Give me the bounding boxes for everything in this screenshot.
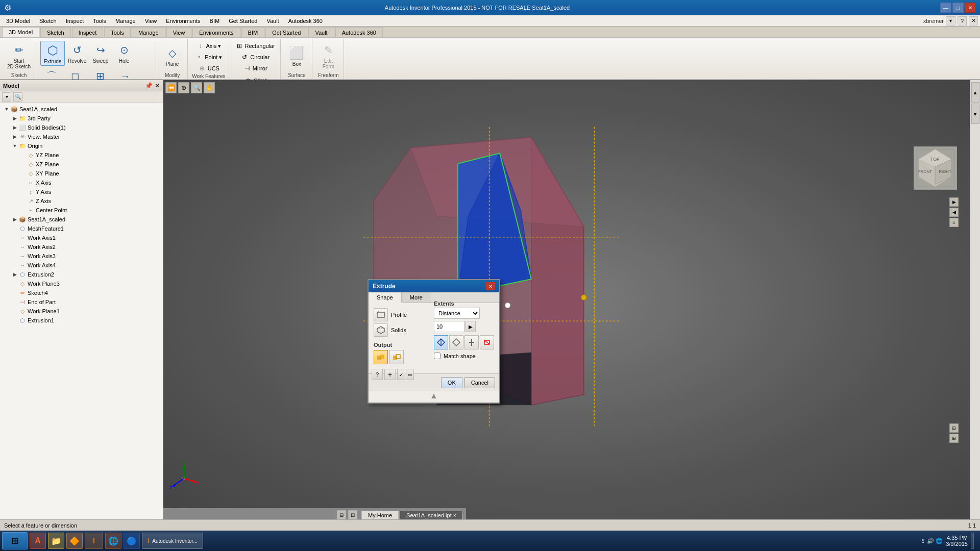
- tree-item-work-axis3[interactable]: ↔ Work Axis3: [2, 252, 161, 261]
- start-2d-sketch-btn[interactable]: ✏ Start2D Sketch: [5, 41, 33, 70]
- show-desktop-btn[interactable]: [971, 533, 974, 549]
- tab-environments[interactable]: Environments: [192, 27, 240, 37]
- dialog-check-btn[interactable]: ✓: [397, 369, 405, 380]
- model-panel-pin[interactable]: 📌: [145, 82, 153, 89]
- viewport-tab-seat1a[interactable]: Seat1A_scaled.ipt ×: [400, 511, 463, 519]
- viewport-tab-home[interactable]: My Home: [361, 511, 399, 519]
- close-app-btn[interactable]: ✕: [969, 16, 978, 26]
- tree-item-center-point[interactable]: • Center Point: [2, 206, 161, 215]
- expander-origin[interactable]: ▼: [11, 142, 18, 149]
- revolve-btn[interactable]: ↺ Revolve: [66, 41, 88, 65]
- start-button[interactable]: ⊞: [2, 532, 28, 549]
- dialog-help-btn[interactable]: ?: [372, 369, 383, 380]
- dir-btn-2[interactable]: [449, 335, 463, 349]
- help-btn[interactable]: ?: [958, 16, 967, 26]
- match-shape-checkbox[interactable]: [434, 353, 440, 359]
- profile-selector-btn[interactable]: [374, 308, 388, 321]
- box-btn[interactable]: ⬜ Box: [286, 44, 307, 68]
- tree-item-3rdparty[interactable]: ▶ 📁 3rd Party: [2, 114, 161, 123]
- tree-item-work-axis4[interactable]: ↔ Work Axis4: [2, 261, 161, 270]
- extrude-cancel-btn[interactable]: Cancel: [464, 377, 495, 388]
- dir-btn-4[interactable]: [480, 335, 494, 349]
- vp-display-2[interactable]: ⊞: [949, 434, 959, 443]
- dir-btn-1[interactable]: [434, 335, 448, 349]
- maximize-btn[interactable]: □: [952, 3, 964, 13]
- menu-item-autodesk360[interactable]: Autodesk 360: [284, 17, 327, 25]
- tab-vault[interactable]: Vault: [308, 27, 334, 37]
- menu-item-view[interactable]: View: [141, 17, 161, 25]
- tab-autodesk360[interactable]: Autodesk 360: [335, 27, 383, 37]
- tree-item-seat1a-2[interactable]: ▶ 📦 Seat1A_scaled: [2, 215, 161, 224]
- output-cut-btn[interactable]: [389, 350, 404, 364]
- tree-item-work-plane1[interactable]: ◇ Work Plane1: [2, 307, 161, 316]
- extrude-tab-more[interactable]: More: [402, 292, 431, 303]
- vp-tool-zoom[interactable]: 🔍: [191, 82, 202, 93]
- menu-item-manage[interactable]: Manage: [111, 17, 140, 25]
- tree-item-view-master[interactable]: ▶ 👁 View: Master: [2, 132, 161, 141]
- close-btn[interactable]: ✕: [965, 3, 976, 13]
- menu-item-inspect[interactable]: Inspect: [62, 17, 88, 25]
- circular-btn[interactable]: ↺ Circular: [238, 52, 272, 62]
- tab-manage[interactable]: Manage: [132, 27, 165, 37]
- expander-view-master[interactable]: ▶: [11, 133, 18, 140]
- expander-seat1a-2[interactable]: ▶: [11, 216, 18, 223]
- menu-item-sketch[interactable]: Sketch: [35, 17, 61, 25]
- plane-btn[interactable]: ◇ Plane: [162, 44, 183, 68]
- expander-seat1a[interactable]: ▼: [3, 106, 10, 113]
- tree-item-y-axis[interactable]: ↕ Y Axis: [2, 187, 161, 196]
- tree-item-end-of-part[interactable]: ⊣ End of Part: [2, 297, 161, 307]
- taskbar-app-firefox[interactable]: 🌐: [105, 533, 121, 549]
- tree-item-xz-plane[interactable]: ◇ XZ Plane: [2, 160, 161, 169]
- tree-item-work-axis1[interactable]: ↔ Work Axis1: [2, 233, 161, 242]
- extrude-tab-shape[interactable]: Shape: [369, 292, 402, 303]
- right-scroll-down[interactable]: ▼: [971, 104, 979, 124]
- tree-item-origin[interactable]: ▼ 📁 Origin: [2, 141, 161, 151]
- solids-selector-btn[interactable]: [374, 323, 388, 337]
- distance-arrow-btn[interactable]: ▶: [465, 321, 476, 332]
- vp-view-home[interactable]: ⌂: [949, 218, 959, 227]
- right-scroll-up[interactable]: ▲: [971, 82, 979, 103]
- extrude-btn[interactable]: ⬡ Extrude: [40, 41, 65, 66]
- tree-item-sketch4[interactable]: ✏ Sketch4: [2, 288, 161, 297]
- dialog-arrow-btn[interactable]: ⇔: [406, 369, 414, 380]
- taskbar-app-inventor[interactable]: I: [85, 533, 103, 549]
- extrude-close-btn[interactable]: ✕: [486, 282, 495, 290]
- menu-item-getstarted[interactable]: Get Started: [225, 17, 261, 25]
- dir-btn-3[interactable]: [464, 335, 479, 349]
- extents-select[interactable]: Distance To To All Between Through All: [434, 308, 480, 319]
- tree-item-seat1a[interactable]: ▼ 📦 Seat1A_scaled: [2, 105, 161, 114]
- tree-item-xy-plane[interactable]: ◇ XY Plane: [2, 169, 161, 178]
- tab-3dmodel[interactable]: 3D Model: [2, 27, 39, 37]
- taskbar-app-app3[interactable]: 🔶: [66, 533, 83, 549]
- model-search-btn[interactable]: 🔍: [13, 92, 22, 102]
- model-filter-btn[interactable]: ▾: [2, 92, 11, 102]
- tree-item-yz-plane[interactable]: ◇ YZ Plane: [2, 151, 161, 160]
- tree-item-extrusion2[interactable]: ▶ ⬡ Extrusion2: [2, 270, 161, 279]
- vp-view-back[interactable]: ◀: [949, 208, 959, 217]
- ucs-btn[interactable]: ⊕ UCS: [196, 63, 222, 73]
- menu-item-bim[interactable]: BIM: [206, 17, 224, 25]
- tree-item-solid-bodies[interactable]: ▶ ⬜ Solid Bodies(1): [2, 123, 161, 132]
- distance-input[interactable]: [434, 321, 464, 332]
- vp-home-btn[interactable]: ⊟: [337, 510, 346, 519]
- expander-solid-bodies[interactable]: ▶: [11, 124, 18, 131]
- taskbar-app-6[interactable]: 🔵: [124, 533, 140, 549]
- sweep-btn[interactable]: ↪ Sweep: [89, 41, 112, 65]
- menu-item-tools[interactable]: Tools: [89, 17, 110, 25]
- axis-btn[interactable]: ↕ Axis ▾: [194, 41, 223, 51]
- tab-inspect[interactable]: Inspect: [72, 27, 103, 37]
- rectangular-btn[interactable]: ⊞ Rectangular: [233, 41, 277, 51]
- menu-item-vault[interactable]: Vault: [262, 17, 283, 25]
- vp-tool-1[interactable]: ⏪: [165, 82, 177, 93]
- tree-item-work-plane3[interactable]: ◇ Work Plane3: [2, 279, 161, 288]
- tab-sketch[interactable]: Sketch: [40, 27, 71, 37]
- taskbar-app-autodesk[interactable]: A: [30, 533, 46, 549]
- point-btn[interactable]: • Point ▾: [193, 52, 224, 62]
- tree-item-z-axis[interactable]: ↗ Z Axis: [2, 196, 161, 206]
- vp-tool-2[interactable]: ⊕: [178, 82, 189, 93]
- account-btn[interactable]: ▾: [946, 16, 955, 26]
- taskbar-app-folder[interactable]: 📁: [48, 533, 64, 549]
- vp-view-front[interactable]: ▶: [949, 197, 959, 207]
- menu-item-3dmodel[interactable]: 3D Model: [2, 17, 34, 25]
- menu-item-environments[interactable]: Environments: [162, 17, 204, 25]
